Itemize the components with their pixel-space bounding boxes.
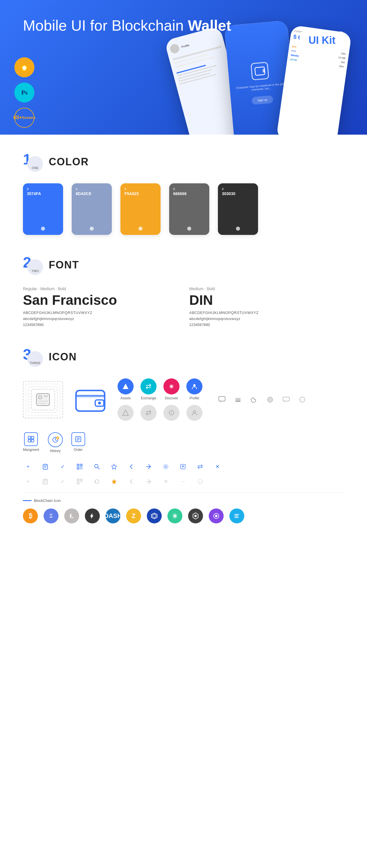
profile-ghost-icon <box>186 405 202 421</box>
close-muted-icon: ✕ <box>161 476 171 487</box>
swatch-gray-blue: # 8DA0C8 <box>72 183 112 235</box>
mangment-label: Mangment <box>23 448 39 452</box>
feather-icon <box>85 508 100 523</box>
hero-section: Mobile UI for Blockchain Wallet UI Kit P… <box>0 0 367 135</box>
check-icon: ✓ <box>57 462 68 472</box>
screens-badge: 60+ Screens <box>14 108 34 128</box>
svg-rect-62 <box>81 479 82 480</box>
profile-label: Profile <box>190 396 199 400</box>
share-muted-icon <box>143 476 154 487</box>
font-din-meta: Medium · Bold <box>189 286 344 291</box>
plus-muted-icon: + <box>23 476 33 487</box>
order-label: Order <box>74 448 83 452</box>
exchange-label: Exchange <box>141 396 156 400</box>
stratis-icon <box>229 508 244 523</box>
color-section-header: 1 ONE COLOR <box>23 152 344 172</box>
assets-ghost-icon-item <box>117 405 134 421</box>
svg-point-13 <box>193 384 196 386</box>
profile-icon <box>186 378 202 395</box>
dash-icon: DASH <box>106 508 120 523</box>
history-label: History <box>50 449 60 453</box>
blockchain-label: BlockChain Icon <box>23 498 344 503</box>
exchange-ghost-icon <box>140 405 157 421</box>
plus-icon: + <box>23 462 33 472</box>
close-icon: ✕ <box>212 462 223 472</box>
lisk-icon <box>167 508 182 523</box>
font-section-num: 2 TWO <box>23 255 43 275</box>
info-icon: i <box>297 395 307 405</box>
mangment-icon <box>24 432 38 446</box>
moon-icon <box>249 395 259 405</box>
bc-line <box>23 500 32 501</box>
star-icon <box>109 462 119 472</box>
svg-rect-27 <box>31 436 34 439</box>
chevron-left-icon <box>126 462 137 472</box>
bitcoin-icon: ₿ <box>23 508 38 523</box>
nav-icons-colored-row: Assets Exchange Di <box>117 378 202 400</box>
color-section-num: 1 ONE <box>23 152 43 172</box>
svg-rect-37 <box>44 464 47 465</box>
utility-icons-row1: + ✓ <box>23 462 344 472</box>
font-sf-nums: 1234567890 <box>23 322 178 327</box>
ui-kit-badge: UI Kit <box>300 32 344 49</box>
font-section: 2 TWO FONT Regular · Medium · Bold San F… <box>23 255 344 327</box>
svg-point-16 <box>171 412 172 414</box>
transfer-icon <box>195 462 205 472</box>
main-content: 1 ONE COLOR # 3574FA # 8DA0C8 <box>0 135 367 561</box>
wallet-icon-colored <box>72 382 109 417</box>
bottom-labeled-icons: Mangment History <box>23 432 344 453</box>
assets-icon <box>117 378 134 395</box>
svg-point-12 <box>170 385 173 388</box>
swatch-orange: # F5A623 <box>120 183 161 235</box>
svg-line-48 <box>82 468 82 469</box>
svg-point-22 <box>267 397 273 402</box>
star-filled-icon <box>109 476 119 487</box>
font-section-title: FONT <box>49 259 79 271</box>
hero-badges: Ps 60+ Screens <box>14 57 34 128</box>
font-sf-upper: ABCDEFGHIJKLMNOPQRSTUVWXYZ <box>23 311 178 315</box>
profile-icon-item: Profile <box>186 378 202 400</box>
clipboard-icon <box>40 462 51 472</box>
icon-section-num: 3 THREE <box>23 347 43 367</box>
exchange-icon-item: Exchange <box>140 378 157 400</box>
order-icon <box>72 432 85 446</box>
search-icon <box>92 462 102 472</box>
svg-marker-70 <box>152 514 156 518</box>
exchange-icon <box>140 378 157 395</box>
ethereum-icon: Ξ <box>44 508 58 523</box>
svg-point-17 <box>193 410 196 413</box>
svg-marker-66 <box>112 479 117 484</box>
zcash-icon: Z <box>126 508 141 523</box>
svg-rect-18 <box>219 397 225 401</box>
divider <box>23 492 344 493</box>
font-sf-name: San Francisco <box>23 293 178 307</box>
grid-icon <box>147 508 162 523</box>
svg-rect-56 <box>44 479 47 480</box>
history-icon-item: History <box>48 432 63 453</box>
nav-icons-group: Assets Exchange Di <box>117 378 202 421</box>
assets-ghost-icon <box>117 405 134 421</box>
svg-text:i: i <box>200 480 200 484</box>
upload-icon <box>178 462 188 472</box>
font-grid: Regular · Medium · Bold San Francisco AB… <box>23 286 344 327</box>
blockchain-icons-row: ₿ Ξ Ł DASH Z <box>23 508 344 523</box>
svg-line-51 <box>98 467 100 469</box>
svg-rect-60 <box>78 479 79 480</box>
assets-icon-item: Assets <box>117 378 134 400</box>
svg-point-74 <box>194 515 197 517</box>
mangment-icon-item: Mangment <box>23 432 39 452</box>
sketch-badge <box>14 57 34 78</box>
svg-rect-26 <box>28 436 31 439</box>
font-din-upper: ABCDEFGHIJKLMNOPQRSTUVWXYZ <box>189 311 344 315</box>
forward-muted-icon: → <box>178 476 188 487</box>
font-sf-lower: abcdefghijklmnopqrstuvwxyz <box>23 316 178 321</box>
svg-rect-20 <box>235 399 241 401</box>
svg-rect-45 <box>78 468 79 469</box>
circle-icon <box>265 395 275 405</box>
info-muted-icon: i <box>195 476 205 487</box>
hero-title-bold: Wallet <box>188 17 231 34</box>
icon-blueprint-wireframe <box>23 381 63 418</box>
svg-marker-52 <box>112 464 117 469</box>
ps-badge: Ps <box>14 83 34 102</box>
svg-rect-5 <box>76 391 105 411</box>
